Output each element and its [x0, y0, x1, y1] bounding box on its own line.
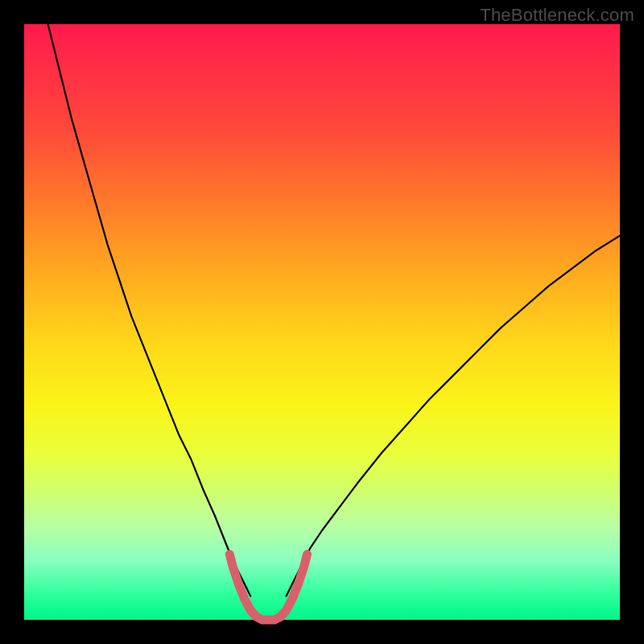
series-valley: [229, 555, 307, 620]
plot-area: [24, 24, 620, 620]
watermark-label: TheBottleneck.com: [480, 5, 634, 26]
series-right-limb: [287, 236, 620, 597]
chart-svg: [24, 24, 620, 620]
chart-frame: TheBottleneck.com: [0, 0, 644, 644]
series-left-limb: [48, 24, 251, 596]
